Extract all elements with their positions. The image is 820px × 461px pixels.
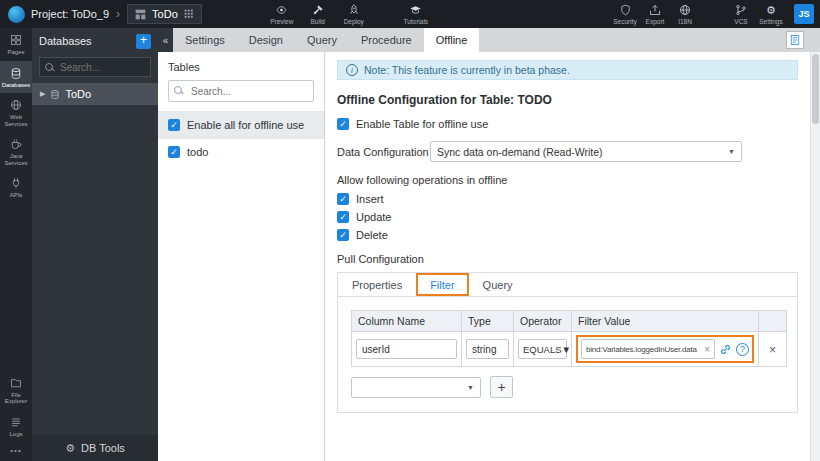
collapse-panel-button[interactable]: « — [158, 28, 173, 52]
checkbox-todo[interactable]: ✓ — [168, 146, 180, 158]
add-database-button[interactable]: + — [136, 34, 151, 49]
pages-icon — [10, 34, 22, 47]
data-configuration-value: Sync data on-demand (Read-Write) — [437, 146, 603, 158]
type-input[interactable] — [466, 339, 509, 359]
add-filter-button[interactable]: + — [490, 376, 513, 398]
security-shield-icon — [620, 4, 631, 16]
sidebar-item-java-services[interactable]: Java Services — [0, 132, 32, 171]
sidebar-item-apis[interactable]: APIs — [0, 171, 32, 204]
tutorials-gradcap-icon — [409, 4, 422, 16]
tab-filter[interactable]: Filter — [416, 273, 468, 296]
caret-right-icon[interactable]: ▶ — [40, 90, 45, 98]
build-button[interactable]: Build — [300, 4, 336, 25]
operation-label: Update — [356, 211, 391, 223]
i18n-button[interactable]: I18N — [670, 4, 700, 25]
preview-button[interactable]: Preview — [264, 4, 300, 25]
search-icon — [174, 86, 183, 95]
filter-value-text: bind:Variables.loggedInUser.data — [586, 345, 701, 354]
table-tabs: « Settings Design Query Procedure Offlin… — [158, 28, 820, 52]
tab-procedure[interactable]: Procedure — [349, 28, 424, 52]
topbar-right-actions: Security Export I18N VCS ⚙ Settings JS — [610, 4, 814, 25]
tab-design[interactable]: Design — [237, 28, 295, 52]
databases-search — [39, 57, 151, 77]
tab-properties[interactable]: Properties — [338, 273, 416, 296]
sidebar-item-file-explorer[interactable]: File Explorer — [0, 371, 32, 410]
deploy-button[interactable]: Deploy — [336, 4, 372, 25]
chevron-down-icon: ▼ — [467, 384, 474, 391]
db-report-button[interactable] — [786, 31, 804, 49]
rail-label: Databases — [2, 82, 31, 89]
rail-label: Logs — [9, 431, 22, 438]
column-header: Filter Value — [572, 311, 759, 332]
checkbox-insert[interactable]: ✓ — [337, 193, 349, 205]
beta-note-banner: i Note: This feature is currently in bet… — [337, 60, 798, 80]
export-button[interactable]: Export — [640, 4, 670, 25]
tree-item-label: ToDo — [65, 88, 91, 100]
sidebar-item-logs[interactable]: Logs — [0, 410, 32, 443]
action-label: Export — [646, 18, 665, 25]
column-name-input[interactable] — [356, 339, 457, 359]
wavemaker-logo-icon[interactable] — [8, 6, 25, 23]
db-tools-button[interactable]: ⚙ DB Tools — [32, 435, 158, 461]
help-icon[interactable]: ? — [736, 343, 749, 356]
rail-label: Java Services — [1, 153, 31, 166]
sidebar-item-databases[interactable]: Databases — [0, 61, 32, 94]
add-filter-row: ▼ + — [351, 376, 784, 398]
checkbox-delete[interactable]: ✓ — [337, 229, 349, 241]
clear-value-icon[interactable]: × — [704, 344, 710, 355]
settings-button[interactable]: ⚙ Settings — [756, 4, 786, 25]
database-icon — [10, 67, 22, 80]
new-column-select[interactable]: ▼ — [351, 377, 481, 398]
chevron-down-icon: ▼ — [562, 344, 571, 355]
delete-row-icon[interactable]: × — [769, 342, 777, 357]
tables-panel: Tables ✓ Enable all for offline use ✓ to… — [158, 52, 325, 461]
security-button[interactable]: Security — [610, 4, 640, 25]
action-label: Deploy — [344, 18, 364, 25]
build-hammer-icon — [312, 4, 324, 16]
tables-panel-title: Tables — [158, 52, 324, 80]
databases-search-input[interactable] — [39, 57, 151, 77]
action-label: Settings — [759, 18, 783, 25]
list-item-enable-all[interactable]: ✓ Enable all for offline use — [158, 111, 324, 138]
column-header: Column Name — [352, 311, 462, 332]
tables-search-input[interactable] — [168, 80, 314, 102]
user-avatar[interactable]: JS — [794, 4, 814, 24]
operations-list: ✓ Insert ✓ Update ✓ Delete — [337, 193, 798, 241]
sidebar-item-pages[interactable]: Pages — [0, 28, 32, 61]
web-services-icon — [10, 99, 22, 112]
filter-value-field[interactable]: bind:Variables.loggedInUser.data × — [581, 339, 715, 359]
tutorials-button[interactable]: Tutorials — [398, 4, 434, 25]
tab-offline[interactable]: Offline — [424, 28, 480, 52]
left-rail: Pages Databases Web Services Java Servic… — [0, 28, 32, 461]
tab-query[interactable]: Query — [295, 28, 349, 52]
tab-query-pull[interactable]: Query — [469, 273, 527, 296]
pull-configuration-panel: Properties Filter Query Column Name Ty — [337, 272, 798, 413]
data-configuration-select[interactable]: Sync data on-demand (Read-Write) ▼ — [430, 141, 742, 162]
scrollbar-thumb[interactable] — [812, 54, 819, 124]
databases-panel-header: Databases + — [32, 28, 158, 54]
column-header: Operator — [514, 311, 572, 332]
export-icon — [649, 4, 661, 16]
tabbar-right — [786, 28, 820, 52]
filter-table: Column Name Type Operator Filter Value — [351, 310, 787, 367]
apis-icon — [10, 177, 22, 190]
sidebar-item-web-services[interactable]: Web Services — [0, 93, 32, 132]
tab-settings[interactable]: Settings — [173, 28, 237, 52]
bind-link-icon[interactable] — [719, 343, 732, 356]
app-layout-icon — [135, 9, 146, 20]
checkbox-enable-all[interactable]: ✓ — [168, 119, 180, 131]
apps-grid-icon[interactable] — [184, 9, 194, 19]
operator-select[interactable]: EQUALS ▼ — [518, 339, 567, 359]
action-label: Preview — [270, 18, 293, 25]
scrollbar[interactable] — [810, 52, 820, 461]
more-icon[interactable]: ••• — [0, 442, 32, 461]
operator-value: EQUALS — [523, 344, 562, 355]
list-item-todo[interactable]: ✓ todo — [158, 138, 324, 165]
checkbox-enable-table[interactable]: ✓ — [337, 118, 349, 130]
database-tree-item-todo[interactable]: ▶ ToDo — [32, 83, 158, 105]
vcs-button[interactable]: VCS — [726, 4, 756, 25]
app-selector[interactable]: ToDo — [127, 4, 202, 24]
pull-configuration-label: Pull Configuration — [337, 253, 798, 265]
list-item-label: Enable all for offline use — [187, 119, 304, 131]
checkbox-update[interactable]: ✓ — [337, 211, 349, 223]
